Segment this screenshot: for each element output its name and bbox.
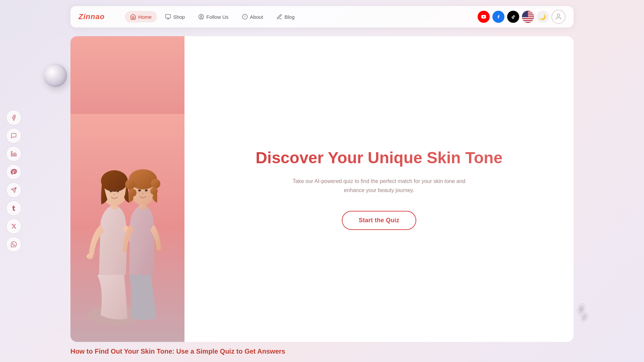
svg-point-1: [11, 152, 12, 153]
svg-point-41: [138, 189, 141, 191]
tiktok-nav-button[interactable]: [507, 11, 519, 23]
content-panel: Discover Your Unique Skin Tone Take our …: [184, 36, 574, 342]
hero-image: [70, 36, 184, 342]
svg-rect-19: [522, 21, 534, 22]
women-illustration: [70, 36, 184, 342]
pinterest-sidebar-icon[interactable]: [6, 164, 21, 180]
navbar: Zinnao Home Shop Fo: [70, 6, 574, 27]
svg-rect-17: [522, 17, 534, 18]
logo[interactable]: Zinnao: [78, 12, 105, 21]
language-flag-button[interactable]: [522, 11, 534, 23]
bottom-section: How to Find Out Your Skin Tone: Use a Si…: [70, 341, 574, 362]
nav-links: Home Shop Follow Us: [125, 11, 478, 22]
svg-point-21: [557, 14, 559, 16]
nav-shop[interactable]: Shop: [160, 11, 190, 22]
svg-point-31: [116, 190, 119, 192]
svg-point-36: [151, 179, 160, 188]
youtube-nav-button[interactable]: [478, 11, 490, 23]
x-twitter-sidebar-icon[interactable]: [6, 219, 21, 234]
nav-about-label: About: [250, 14, 263, 20]
telegram-sidebar-icon[interactable]: [6, 182, 21, 198]
svg-rect-18: [522, 19, 534, 20]
whatsapp-sidebar-icon[interactable]: [6, 237, 21, 252]
nav-shop-label: Shop: [173, 14, 185, 20]
hero-image-panel: [70, 36, 184, 342]
tumblr-sidebar-icon[interactable]: [6, 200, 21, 216]
home-icon: [130, 14, 136, 20]
hero-subtitle: Take our AI-powered quiz to find the per…: [282, 177, 476, 195]
nav-home-label: Home: [138, 14, 152, 20]
nav-blog-label: Blog: [284, 14, 294, 20]
nav-follow-label: Follow Us: [206, 14, 228, 20]
nav-about[interactable]: About: [236, 11, 268, 22]
social-sidebar: [6, 110, 21, 252]
shop-icon: [165, 14, 171, 20]
nav-follow[interactable]: Follow Us: [193, 11, 234, 22]
svg-point-8: [201, 15, 202, 17]
nav-blog[interactable]: Blog: [271, 11, 300, 22]
dark-mode-toggle[interactable]: 🌙: [537, 11, 549, 23]
linkedin-sidebar-icon[interactable]: [6, 146, 21, 162]
hero-title: Discover Your Unique Skin Tone: [256, 148, 502, 168]
user-profile-button[interactable]: [551, 10, 566, 24]
facebook-sidebar-icon[interactable]: [6, 110, 21, 125]
start-quiz-button[interactable]: Start the Quiz: [342, 211, 416, 230]
svg-rect-0: [11, 153, 12, 156]
main-content: Discover Your Unique Skin Tone Take our …: [70, 36, 574, 342]
nav-home[interactable]: Home: [125, 11, 157, 22]
svg-point-38: [150, 187, 158, 195]
svg-rect-4: [166, 14, 171, 18]
svg-point-37: [128, 189, 137, 197]
message-sidebar-icon[interactable]: [6, 128, 21, 143]
svg-point-42: [145, 189, 148, 191]
about-icon: [242, 14, 248, 20]
svg-point-30: [110, 190, 112, 192]
svg-point-27: [101, 170, 128, 192]
facebook-nav-button[interactable]: [492, 11, 504, 23]
svg-point-24: [87, 254, 93, 259]
bottom-heading: How to Find Out Your Skin Tone: Use a Si…: [70, 348, 574, 355]
follow-icon: [198, 14, 204, 20]
blog-icon: [276, 14, 282, 20]
svg-rect-20: [522, 11, 528, 17]
decorative-sphere: [44, 64, 67, 87]
svg-point-35: [125, 179, 135, 189]
nav-right: 🌙: [478, 10, 566, 24]
